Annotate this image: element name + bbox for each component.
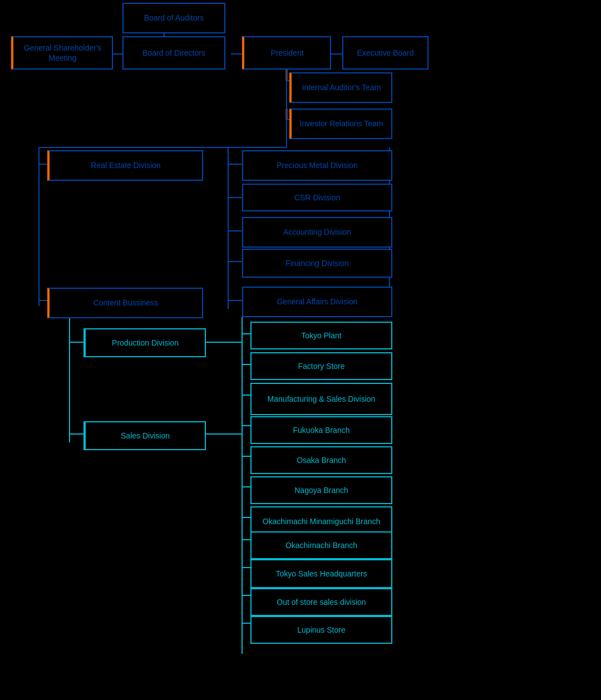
nagoya-branch-node: Nagoya Branch: [250, 476, 392, 504]
manufacturing-sales-division-node: Manufacturing & Sales Division: [250, 383, 392, 415]
fukuoka-branch-node: Fukuoka Branch: [250, 416, 392, 444]
out-of-store-sales-node: Out of store sales division: [250, 588, 392, 616]
sales-division-node: Sales Division: [83, 421, 206, 450]
internal-auditors-node: Internal Auditor's Team: [289, 72, 392, 103]
president-node: President: [242, 36, 331, 70]
accounting-division-node: Accounting Division: [242, 217, 392, 248]
executive-board-node: Executive Board: [342, 36, 428, 70]
board-of-directors-node: Board of Directors: [122, 36, 225, 70]
tokyo-plant-node: Tokyo Plant: [250, 322, 392, 349]
investor-relations-node: Investor Relations Team: [289, 109, 392, 139]
general-shareholders-node: General Shareholder's Meeting: [11, 36, 113, 70]
precious-metal-division-node: Precious Metal Division: [242, 150, 392, 181]
production-division-node: Production Division: [83, 328, 206, 357]
factory-store-node: Factory Store: [250, 352, 392, 380]
board-of-auditors-node: Board of Auditors: [122, 3, 225, 33]
real-estate-division-node: Real Estate Division: [47, 150, 203, 181]
okachimachi-branch-node: Okachimachi Branch: [250, 531, 392, 559]
general-affairs-division-node: General Affairs Division: [242, 287, 392, 317]
csr-division-node: CSR Division: [242, 184, 392, 211]
org-chart: Board of Auditors General Shareholder's …: [11, 0, 445, 679]
osaka-branch-node: Osaka Branch: [250, 446, 392, 474]
content-business-node: Content Bussiness: [47, 288, 203, 318]
lupinus-store-node: Lupinus Store: [250, 616, 392, 644]
financing-division-node: Financing Division: [242, 249, 392, 278]
tokyo-sales-hq-node: Tokyo Sales Headquarters: [250, 559, 392, 588]
